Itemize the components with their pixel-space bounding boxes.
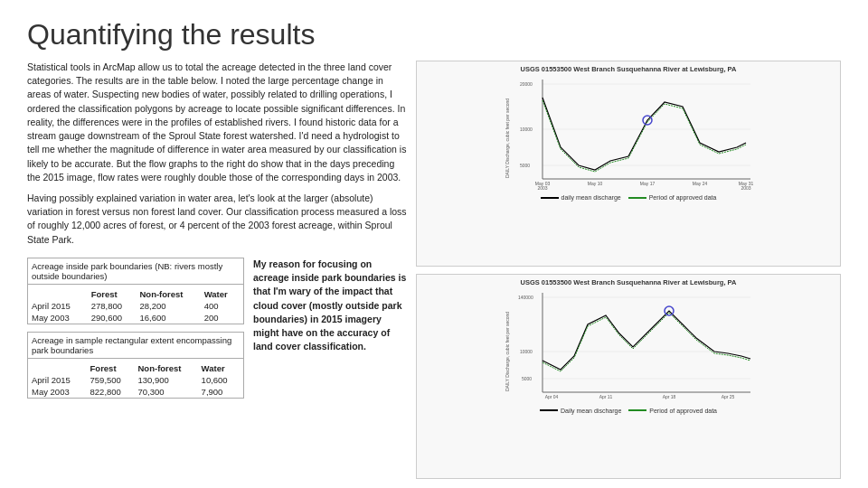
chart1-legend-approval: Period of approved data: [628, 194, 717, 201]
table-cell: Forest: [90, 362, 138, 374]
chart2-title: USGS 01553500 West Branch Susquehanna Ri…: [420, 278, 836, 286]
intro-paragraph1: Statistical tools in ArcMap allow us to …: [27, 61, 407, 184]
page-title: Quantifying the results: [27, 18, 841, 52]
table-cell: 130,900: [138, 374, 202, 386]
table-cell: Non-forest: [138, 362, 202, 374]
table-cell: April 2015: [28, 300, 91, 312]
chart1-legend-approval-label: Period of approved data: [649, 194, 717, 201]
table-cell: 290,600: [91, 312, 140, 324]
table-cell: 822,800: [90, 386, 138, 398]
chart1-legend-daily: daily mean discharge: [541, 194, 621, 201]
left-column: Statistical tools in ArcMap allow us to …: [27, 61, 407, 479]
chart2-legend-approval: Period of approved data: [628, 408, 717, 414]
chart1-title: USGS 01553500 West Branch Susquehanna Ri…: [420, 65, 836, 73]
svg-text:May 10: May 10: [588, 181, 603, 186]
main-content: Statistical tools in ArcMap allow us to …: [27, 61, 841, 479]
chart2-box: USGS 01553500 West Branch Susquehanna Ri…: [416, 274, 841, 480]
table-row: Forest Non-forest Water: [28, 362, 243, 374]
intro-paragraph2: Having possibly explained variation in w…: [27, 192, 407, 247]
chart2-approvalline: [542, 313, 750, 371]
table-cell: Non-forest: [139, 288, 203, 300]
svg-text:20000: 20000: [520, 81, 533, 87]
reason-text-bold: My reason for focusing on acreage inside…: [253, 258, 406, 352]
chart2-legend-approval-label: Period of approved data: [649, 408, 717, 414]
svg-text:2003: 2003: [741, 185, 750, 191]
table-cell: 7,900: [202, 386, 243, 398]
table-cell: 28,200: [139, 300, 203, 312]
table-cell: May 2003: [28, 312, 91, 324]
svg-text:2003: 2003: [537, 185, 547, 191]
legend-line-approval2: [628, 409, 646, 411]
chart1-legend-daily-label: daily mean discharge: [561, 194, 621, 201]
svg-text:140000: 140000: [518, 295, 533, 300]
table1: Forest Non-forest Water April 2015 278,8…: [28, 288, 243, 324]
table-cell: 400: [204, 300, 243, 312]
table-cell: 16,600: [139, 312, 203, 324]
chart2-legend: Daily mean discharge Period of approved …: [420, 408, 836, 414]
table-cell: Water: [204, 288, 243, 300]
svg-text:May 24: May 24: [693, 181, 708, 186]
chart1-approvalline: [542, 100, 746, 172]
page: Quantifying the results Statistical tool…: [0, 0, 868, 488]
table1-header: Acreage inside park boundaries (NB: rive…: [28, 258, 243, 285]
reason-text: My reason for focusing on acreage inside…: [253, 258, 407, 399]
svg-text:Apr 11: Apr 11: [599, 394, 613, 399]
svg-text:5000: 5000: [520, 163, 530, 168]
table-cell: 10,600: [202, 374, 243, 386]
table2-header: Acreage in sample rectangular extent enc…: [28, 333, 243, 359]
chart1-legend: daily mean discharge Period of approved …: [420, 194, 836, 201]
middle-section: Acreage inside park boundaries (NB: rive…: [27, 258, 407, 399]
legend-line-daily: [541, 197, 559, 199]
table1-wrapper: Acreage inside park boundaries (NB: rive…: [27, 258, 244, 324]
table2: Forest Non-forest Water April 2015 759,5…: [28, 362, 243, 398]
right-column: USGS 01553500 West Branch Susquehanna Ri…: [416, 61, 841, 479]
chart1-box: USGS 01553500 West Branch Susquehanna Ri…: [416, 61, 841, 267]
table-cell: 200: [204, 312, 243, 324]
table-cell: 70,300: [138, 386, 202, 398]
table-row: May 2003 822,800 70,300 7,900: [28, 386, 243, 398]
svg-text:Apr 18: Apr 18: [663, 394, 676, 399]
svg-text:Apr 04: Apr 04: [545, 394, 559, 399]
chart2-legend-daily: Daily mean discharge: [540, 408, 621, 414]
table-cell: [28, 362, 90, 374]
table-row: May 2003 290,600 16,600 200: [28, 312, 243, 324]
table-cell: Water: [202, 362, 243, 374]
chart2-ylabel: DAILY Discharge, cubic feet per second: [505, 311, 510, 390]
svg-text:10000: 10000: [520, 127, 533, 132]
chart2-dataline: [542, 311, 750, 370]
table-row: April 2015 278,800 28,200 400: [28, 300, 243, 312]
table-area: Acreage inside park boundaries (NB: rive…: [27, 258, 244, 399]
svg-text:5000: 5000: [522, 376, 532, 381]
legend-line-daily2: [540, 409, 558, 411]
table-cell: 278,800: [91, 300, 140, 312]
chart1-ylabel: DAILY Discharge, cubic feet per second: [505, 99, 510, 178]
svg-text:May 17: May 17: [640, 181, 656, 186]
svg-text:10000: 10000: [520, 349, 533, 354]
table-cell: April 2015: [28, 374, 90, 386]
chart2-svg: DAILY Discharge, cubic feet per second 1…: [420, 288, 836, 406]
table-cell: May 2003: [28, 386, 90, 398]
table2-wrapper: Acreage in sample rectangular extent enc…: [27, 332, 244, 399]
svg-text:Apr 25: Apr 25: [722, 394, 735, 399]
chart1-dataline: [542, 98, 746, 170]
table-cell: 759,500: [90, 374, 138, 386]
table-row: Forest Non-forest Water: [28, 288, 243, 300]
legend-line-approval: [628, 197, 646, 199]
table-row: April 2015 759,500 130,900 10,600: [28, 374, 243, 386]
chart2-legend-daily-label: Daily mean discharge: [561, 408, 621, 414]
table-cell: [28, 288, 91, 300]
table-cell: Forest: [91, 288, 140, 300]
chart1-svg: DAILY Discharge, cubic feet per second 2…: [420, 75, 836, 192]
